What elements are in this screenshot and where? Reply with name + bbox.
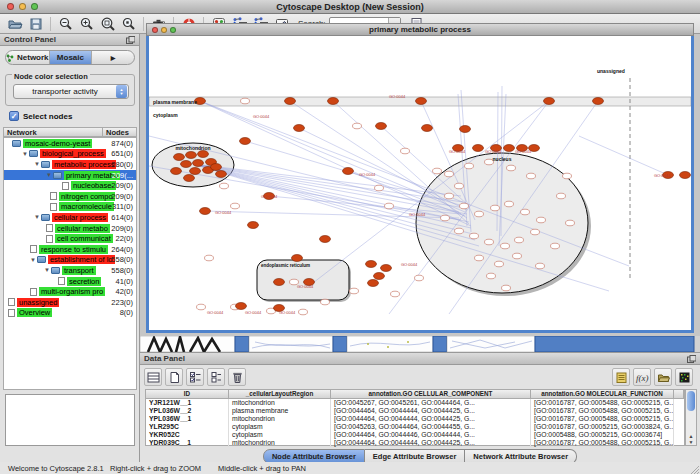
network-node[interactable] bbox=[350, 288, 359, 294]
tree-row[interactable]: ▼primary metabo209(... bbox=[4, 170, 136, 181]
network-node[interactable] bbox=[236, 303, 247, 310]
attribute-matrix-button[interactable] bbox=[675, 368, 693, 386]
tree-row[interactable]: ▼establishment of lo558(0) bbox=[4, 255, 136, 266]
network-node[interactable] bbox=[248, 222, 259, 229]
tree-row[interactable]: nucleobase-209(0) bbox=[4, 180, 136, 191]
close-button[interactable] bbox=[7, 3, 14, 10]
network-node[interactable] bbox=[292, 255, 303, 262]
network-node[interactable] bbox=[375, 185, 384, 191]
select-nodes-checkbox[interactable]: ✓ bbox=[9, 111, 19, 121]
network-node[interactable] bbox=[320, 236, 331, 243]
network-node[interactable] bbox=[200, 208, 211, 215]
network-node[interactable] bbox=[376, 123, 387, 130]
network-node[interactable] bbox=[366, 261, 377, 268]
network-node[interactable] bbox=[171, 168, 182, 175]
network-node[interactable] bbox=[680, 172, 691, 179]
network-node[interactable] bbox=[186, 152, 197, 159]
tree-row[interactable]: response to stimulu264(0) bbox=[4, 244, 136, 255]
network-node[interactable] bbox=[184, 175, 195, 182]
network-node[interactable] bbox=[455, 228, 464, 234]
tree-row[interactable]: Overview8(0) bbox=[4, 308, 136, 319]
network-node[interactable] bbox=[460, 126, 471, 133]
network-node[interactable] bbox=[491, 205, 500, 211]
unselect-attributes-button[interactable] bbox=[207, 368, 225, 386]
network-node[interactable] bbox=[216, 171, 227, 178]
network-node[interactable] bbox=[563, 173, 572, 179]
import-attributes-button2[interactable] bbox=[654, 368, 672, 386]
network-node[interactable] bbox=[415, 275, 424, 281]
function-builder-button[interactable]: f(x) bbox=[633, 368, 651, 386]
network-node[interactable] bbox=[445, 193, 454, 199]
network-node[interactable] bbox=[422, 125, 433, 132]
column-header[interactable]: annotation.GO MOLECULAR_FUNCTION bbox=[531, 390, 674, 399]
network-node[interactable] bbox=[181, 161, 192, 168]
zoom-in-button[interactable] bbox=[76, 15, 97, 33]
network-node[interactable] bbox=[502, 285, 511, 291]
network-node[interactable] bbox=[353, 123, 362, 129]
select-attributes-button[interactable] bbox=[186, 368, 204, 386]
tree-row[interactable]: multi-organism pro42(0) bbox=[4, 286, 136, 297]
tree-row[interactable]: ▼metabolic process280(0) bbox=[4, 159, 136, 170]
network-node[interactable] bbox=[475, 211, 484, 217]
net-zoom-button[interactable] bbox=[170, 27, 176, 33]
column-header[interactable]: _cellularLayoutRegion bbox=[229, 390, 331, 399]
attribute-table-button[interactable] bbox=[144, 368, 162, 386]
table-row[interactable]: YPL036W__1mitochondrion[GO:0044464, GO:0… bbox=[146, 415, 684, 423]
tree-row[interactable]: ▼biological_process651(0) bbox=[4, 149, 136, 160]
network-node[interactable] bbox=[475, 255, 484, 261]
expander-icon[interactable]: ▼ bbox=[44, 267, 50, 273]
tree-row[interactable]: cellular metabo209(0) bbox=[4, 223, 136, 234]
network-node[interactable] bbox=[205, 255, 214, 261]
network-node[interactable] bbox=[473, 145, 484, 152]
network-node[interactable] bbox=[193, 160, 204, 167]
network-node[interactable] bbox=[537, 217, 546, 223]
table-row[interactable]: YPL036W__2plasma membrane[GO:0044464, GO… bbox=[146, 407, 684, 415]
scrollbar-thumb[interactable] bbox=[687, 391, 695, 411]
network-node[interactable] bbox=[391, 291, 400, 297]
zoom-out-button[interactable] bbox=[55, 15, 76, 33]
tab-mosaic[interactable]: Mosaic bbox=[50, 51, 93, 64]
tree-row[interactable]: ▼transport558(0) bbox=[4, 265, 136, 276]
save-session-button[interactable] bbox=[25, 15, 46, 33]
network-node[interactable] bbox=[593, 98, 604, 105]
network-node[interactable] bbox=[285, 98, 296, 105]
birdseye-view[interactable] bbox=[5, 394, 135, 446]
network-node[interactable] bbox=[536, 263, 545, 269]
network-node[interactable] bbox=[470, 233, 479, 239]
network-node[interactable] bbox=[433, 168, 442, 174]
network-node[interactable] bbox=[211, 164, 222, 171]
network-node[interactable] bbox=[441, 215, 450, 221]
expander-icon[interactable]: ▼ bbox=[46, 172, 52, 178]
table-row[interactable]: YKR052Ccytoplasm[GO:0044464, GO:0044446,… bbox=[146, 431, 684, 439]
network-window-titlebar[interactable]: primary metabolic process bbox=[146, 23, 694, 36]
table-row[interactable]: YDR039C__1mitochondrion[GO:0044464, GO:0… bbox=[146, 439, 684, 447]
tree-row[interactable]: mosaic-demo-yeast874(0) bbox=[4, 138, 136, 149]
network-node[interactable] bbox=[328, 98, 339, 105]
network-node[interactable] bbox=[401, 148, 410, 154]
network-node[interactable] bbox=[465, 163, 474, 169]
network-node[interactable] bbox=[197, 304, 206, 310]
network-node[interactable] bbox=[343, 168, 354, 175]
network-node[interactable] bbox=[445, 171, 454, 177]
network-node[interactable] bbox=[495, 261, 504, 267]
column-header[interactable]: ID bbox=[146, 390, 229, 399]
network-node[interactable] bbox=[531, 229, 540, 235]
tab-scroll-right-button[interactable]: ▶ bbox=[92, 51, 134, 64]
column-header[interactable]: annotation.GO CELLULAR_COMPONENT bbox=[331, 390, 531, 399]
node-color-dropdown[interactable]: transporter activity ▲▼ bbox=[13, 84, 129, 99]
net-minimize-button[interactable] bbox=[161, 27, 167, 33]
network-node[interactable] bbox=[299, 309, 308, 315]
network-node[interactable] bbox=[416, 98, 427, 105]
network-node[interactable] bbox=[385, 203, 394, 209]
minimize-button[interactable] bbox=[19, 3, 26, 10]
network-node[interactable] bbox=[381, 265, 392, 272]
network-node[interactable] bbox=[557, 193, 566, 199]
table-vertical-scrollbar[interactable]: ▲▼ bbox=[685, 389, 697, 446]
network-node[interactable] bbox=[505, 201, 514, 207]
network-node[interactable] bbox=[374, 273, 385, 280]
tree-column-nodes[interactable]: Nodes bbox=[103, 127, 137, 137]
tree-column-network[interactable]: Network bbox=[3, 127, 103, 137]
zoom-button[interactable] bbox=[31, 3, 38, 10]
attribute-editor-button[interactable] bbox=[612, 368, 630, 386]
network-node[interactable] bbox=[485, 239, 494, 245]
